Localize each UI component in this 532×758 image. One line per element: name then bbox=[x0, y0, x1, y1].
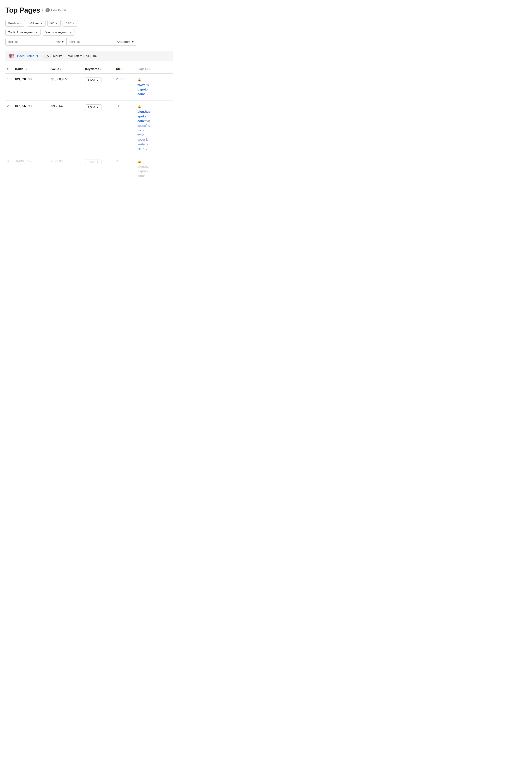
row-1-keywords: 9,000 ▼ bbox=[84, 73, 115, 101]
filter-words-label: Words in keyword bbox=[46, 31, 69, 34]
table-row: 3 99,916 3% $124,985 3,925 ▼ 95 🔒 blog.h… bbox=[5, 155, 173, 182]
col-rd: RD i bbox=[115, 65, 136, 73]
keywords-dropdown-3[interactable]: 3,925 ▼ bbox=[85, 159, 101, 165]
question-icon: ? bbox=[46, 8, 50, 13]
chevron-down-icon: ▼ bbox=[96, 160, 99, 164]
total-traffic: Total traffic: 3,739,684 bbox=[66, 54, 96, 58]
include-input[interactable] bbox=[6, 38, 53, 45]
row-1-value: $1,588,105 bbox=[50, 73, 84, 101]
country-selector[interactable]: 🇺🇸 United States ▼ bbox=[9, 54, 39, 59]
row-1-traffic: 189,520 5% bbox=[13, 73, 50, 101]
chevron-down-icon: ▼ bbox=[55, 22, 58, 24]
any-target-label: Any target bbox=[117, 40, 130, 43]
filter-volume-label: Volume bbox=[30, 21, 39, 25]
chevron-down-icon[interactable]: ▼ bbox=[146, 148, 148, 151]
chevron-down-icon: ▼ bbox=[20, 22, 22, 24]
row-1-num: 1 bbox=[5, 73, 13, 101]
any-dropdown[interactable]: Any ▼ bbox=[53, 38, 67, 45]
row-2-url: 🔒 blog.hubspot.-com/marketing/how-to-wri… bbox=[136, 101, 173, 155]
any-label: Any bbox=[55, 40, 61, 43]
filter-row-2: Traffic from keyword ▼ Words in keyword … bbox=[5, 29, 173, 36]
filter-position-label: Position bbox=[8, 21, 18, 25]
chevron-down-icon: ▼ bbox=[61, 40, 64, 43]
lock-icon: 🔒 bbox=[138, 78, 171, 82]
row-1-url: 🔒 www.hubspot.-com/ ▼ bbox=[136, 73, 173, 101]
chevron-down-icon[interactable]: ▼ bbox=[146, 93, 149, 96]
row-3-keywords: 3,925 ▼ bbox=[84, 155, 115, 182]
table-row: 1 189,520 5% $1,588,105 9,000 ▼ 28,175 🔒… bbox=[5, 73, 173, 101]
include-exclude-row: Any ▼ Any target ▼ bbox=[5, 38, 137, 46]
row-2-traffic: 107,556 3% bbox=[13, 101, 50, 155]
total-traffic-value: 3,739,684 bbox=[83, 54, 96, 58]
data-table: # Traffic ↓i Value i Keywords i RD i Pag… bbox=[5, 65, 173, 182]
row-3-url: 🔒 blog.hubspot.-com/ bbox=[136, 155, 173, 182]
keywords-dropdown-2[interactable]: 7,546 ▼ bbox=[85, 104, 101, 110]
col-traffic: Traffic ↓i bbox=[13, 65, 50, 73]
country-name: United States bbox=[16, 54, 34, 58]
title-info-icon[interactable]: i bbox=[42, 8, 43, 13]
chevron-down-icon: ▼ bbox=[70, 31, 72, 34]
row-3-traffic: 99,916 3% bbox=[13, 155, 50, 182]
row-3-num: 3 bbox=[5, 155, 13, 182]
page-title: Top Pages bbox=[5, 6, 40, 14]
row-1-rd: 28,175 bbox=[115, 73, 136, 101]
chevron-down-icon: ▼ bbox=[73, 22, 75, 24]
results-count: 35,555 results bbox=[43, 54, 62, 58]
filter-traffic-from-keyword[interactable]: Traffic from keyword ▼ bbox=[5, 29, 41, 36]
col-num: # bbox=[5, 65, 13, 73]
col-keywords: Keywords i bbox=[84, 65, 115, 73]
chevron-down-icon: ▼ bbox=[36, 31, 38, 34]
col-url: Page URL bbox=[136, 65, 173, 73]
filter-position[interactable]: Position ▼ bbox=[5, 20, 25, 26]
chevron-down-icon: ▼ bbox=[96, 79, 99, 82]
how-to-use-label: How to use bbox=[51, 9, 66, 12]
row-2-value: $95,364 bbox=[50, 101, 84, 155]
lock-icon: 🔒 bbox=[138, 159, 171, 164]
us-flag-icon: 🇺🇸 bbox=[9, 54, 14, 59]
row-2-keywords: 7,546 ▼ bbox=[84, 101, 115, 155]
results-bar: 🇺🇸 United States ▼ 35,555 results Total … bbox=[5, 51, 173, 61]
filter-traffic-label: Traffic from keyword bbox=[8, 31, 34, 34]
keywords-dropdown-1[interactable]: 9,000 ▼ bbox=[85, 78, 101, 83]
row-2-num: 2 bbox=[5, 101, 13, 155]
page-header: Top Pages i ? How to use bbox=[5, 6, 173, 14]
row-3-rd: 95 bbox=[115, 155, 136, 182]
row-2-rd: 113 bbox=[115, 101, 136, 155]
filter-kd[interactable]: KD ▼ bbox=[48, 20, 61, 26]
row-3-value: $124,985 bbox=[50, 155, 84, 182]
filter-cpc[interactable]: CPC ▼ bbox=[63, 20, 78, 26]
filter-volume[interactable]: Volume ▼ bbox=[27, 20, 46, 26]
filter-cpc-label: CPC bbox=[65, 21, 72, 25]
exclude-input[interactable] bbox=[67, 38, 114, 45]
chevron-down-icon: ▼ bbox=[131, 40, 134, 43]
table-row: 2 107,556 3% $95,364 7,546 ▼ 113 🔒 blog.… bbox=[5, 101, 173, 155]
chevron-down-icon: ▼ bbox=[96, 106, 99, 109]
table-header-row: # Traffic ↓i Value i Keywords i RD i Pag… bbox=[5, 65, 173, 73]
how-to-use-link[interactable]: ? How to use bbox=[46, 8, 66, 13]
total-traffic-label: Total traffic: bbox=[66, 54, 82, 58]
chevron-down-icon: ▼ bbox=[36, 54, 39, 58]
filter-row-1: Position ▼ Volume ▼ KD ▼ CPC ▼ bbox=[5, 20, 173, 26]
col-value: Value i bbox=[50, 65, 84, 73]
filter-kd-label: KD bbox=[50, 21, 54, 25]
filter-words-in-keyword[interactable]: Words in keyword ▼ bbox=[43, 29, 75, 36]
lock-icon: 🔒 bbox=[138, 104, 171, 109]
chevron-down-icon: ▼ bbox=[41, 22, 43, 24]
any-target-dropdown[interactable]: Any target ▼ bbox=[114, 38, 137, 45]
